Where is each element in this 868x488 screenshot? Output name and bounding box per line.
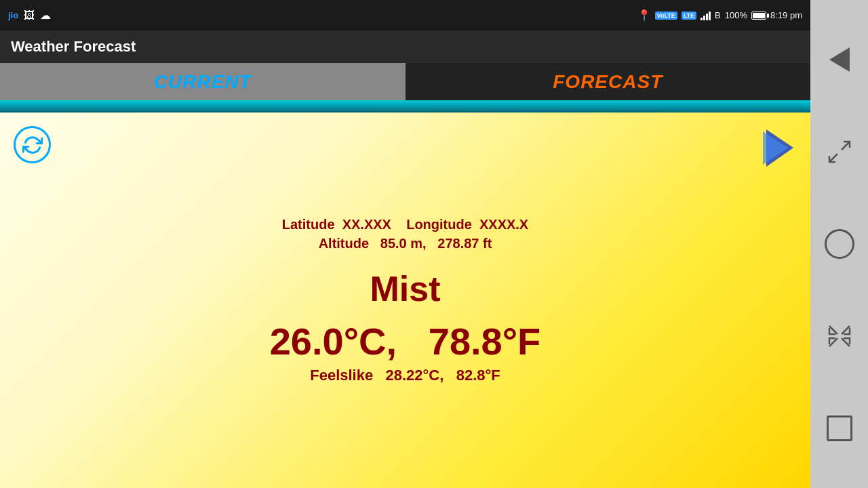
- collapse-button[interactable]: [823, 319, 856, 353]
- signal-bars: [701, 11, 711, 20]
- volte-badge: VoLTE: [655, 12, 677, 20]
- feels-like-c: 28.22°C,: [386, 367, 444, 384]
- location-icon: 📍: [637, 9, 651, 22]
- latitude-label: Latitude: [282, 217, 335, 232]
- battery-fill: [753, 13, 765, 18]
- next-button[interactable]: [760, 126, 797, 173]
- recents-button[interactable]: [823, 411, 856, 445]
- jio-icon: jio: [8, 10, 18, 20]
- temperature-display: 26.0°C, 78.8°F: [270, 319, 541, 363]
- app-title-bar: Weather Forecast: [0, 30, 810, 63]
- tab-current-label: CURRENT: [154, 71, 252, 93]
- svg-line-2: [842, 142, 850, 150]
- tab-forecast[interactable]: FORECAST: [406, 63, 811, 100]
- svg-line-3: [829, 154, 837, 162]
- status-left-icons: jio 🖼 ☁: [8, 9, 51, 22]
- temp-celsius: 26.0°C,: [270, 320, 397, 363]
- image-icon: 🖼: [24, 9, 35, 22]
- collapse-icon: [827, 323, 852, 349]
- location-info: Latitude XX.XXX Longitude XXXX.X Altitud…: [282, 217, 528, 251]
- status-right-area: 📍 VoLTE LTE B 100% 8:19 pm: [637, 9, 802, 22]
- tab-forecast-label: FORECAST: [553, 71, 663, 93]
- lat-long-line: Latitude XX.XXX Longitude XXXX.X: [282, 217, 528, 232]
- tab-current[interactable]: CURRENT: [0, 63, 406, 100]
- back-triangle-icon: [829, 47, 850, 72]
- svg-line-5: [842, 326, 850, 334]
- expand-icon: [827, 139, 852, 165]
- feels-like-label: Feelslike: [310, 367, 373, 384]
- cloud-icon: ☁: [40, 9, 51, 22]
- altitude-ft: 278.87 ft: [437, 236, 492, 251]
- battery-icon: [751, 12, 766, 20]
- square-icon: [827, 415, 852, 441]
- feels-like-f: 82.8°F: [456, 367, 500, 384]
- altitude-m: 85.0 m,: [380, 236, 427, 251]
- back-button[interactable]: [823, 43, 856, 77]
- time-display: 8:19 pm: [770, 10, 802, 20]
- main-content: Latitude XX.XXX Longitude XXXX.X Altitud…: [0, 113, 810, 488]
- sim-icon: B: [715, 10, 721, 20]
- home-button[interactable]: [823, 227, 856, 261]
- cyan-bar: [0, 100, 810, 113]
- status-bar: jio 🖼 ☁ 📍 VoLTE LTE B 100% 8:19 pm: [0, 0, 810, 30]
- refresh-button[interactable]: [14, 126, 51, 163]
- svg-line-7: [842, 338, 850, 346]
- latitude-value: XX.XXX: [342, 217, 391, 232]
- refresh-icon: [22, 135, 43, 155]
- svg-line-4: [829, 326, 837, 334]
- right-controls: [810, 0, 868, 488]
- chevron-right-icon: [760, 126, 797, 170]
- battery-percent: 100%: [725, 10, 747, 20]
- feels-like-display: Feelslike 28.22°C, 82.8°F: [310, 367, 500, 384]
- app-title: Weather Forecast: [11, 38, 136, 56]
- temp-fahrenheit: 78.8°F: [429, 320, 541, 363]
- altitude-line: Altitude 85.0 m, 278.87 ft: [282, 236, 528, 251]
- lte-badge: LTE: [682, 12, 696, 20]
- longitude-value: XXXX.X: [479, 217, 528, 232]
- expand-button[interactable]: [823, 135, 856, 169]
- tabs-container: CURRENT FORECAST: [0, 63, 810, 100]
- svg-line-6: [829, 338, 837, 346]
- altitude-label: Altitude: [319, 236, 369, 251]
- longitude-label: Longitude: [406, 217, 472, 232]
- circle-icon: [825, 229, 854, 259]
- battery-container: [751, 12, 766, 20]
- weather-condition: Mist: [370, 268, 441, 309]
